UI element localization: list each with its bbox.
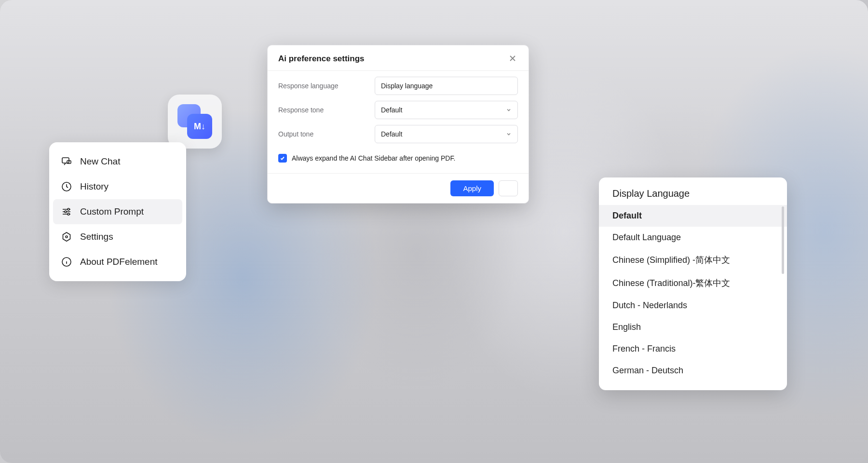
history-icon (61, 181, 72, 192)
language-option[interactable]: Chinese (Traditional)-繁体中文 (599, 272, 787, 295)
markdown-app-icon: M↓ (177, 104, 212, 139)
checkbox-checked-icon (278, 154, 287, 163)
expand-sidebar-checkbox-row[interactable]: Always expand the AI Chat Sidebar after … (278, 149, 518, 169)
sidebar-item-history[interactable]: History (49, 174, 186, 199)
chevron-down-icon (506, 107, 512, 113)
sidebar-item-settings[interactable]: Settings (49, 224, 186, 249)
language-option[interactable]: German - Deutsch (599, 360, 787, 381)
field-value: Display language (381, 82, 433, 90)
dialog-footer: Apply (268, 173, 529, 203)
sidebar-item-label: History (80, 181, 108, 192)
sidebar-menu: New Chat History Custom Prompt Sett (49, 142, 186, 281)
field-label: Response language (278, 82, 375, 90)
dialog-title: Ai preference settings (278, 54, 365, 64)
language-option[interactable]: French - Francis (599, 338, 787, 360)
new-chat-icon (61, 156, 72, 167)
sidebar-item-label: New Chat (80, 156, 120, 167)
sidebar-item-about[interactable]: About PDFelement (49, 249, 186, 274)
language-option[interactable]: English (599, 316, 787, 338)
svg-point-5 (68, 213, 69, 215)
app-badge: M↓ (168, 95, 222, 149)
dropdown-title: Display Language (599, 187, 787, 205)
language-list: Default Default Language Chinese (Simpli… (599, 205, 787, 381)
sidebar-item-custom-prompt[interactable]: Custom Prompt (53, 199, 182, 224)
gear-icon (61, 231, 72, 243)
sidebar-item-label: Settings (80, 232, 113, 242)
language-option-default[interactable]: Default (599, 205, 787, 227)
checkbox-label: Always expand the AI Chat Sidebar after … (292, 154, 455, 162)
chevron-down-icon (506, 131, 512, 137)
dialog-body: Response language Display language Respo… (268, 71, 529, 173)
secondary-button[interactable] (499, 180, 518, 196)
svg-point-3 (68, 208, 69, 210)
row-response-language: Response language Display language (278, 77, 518, 95)
field-label: Response tone (278, 106, 375, 114)
response-language-select[interactable]: Display language (375, 77, 518, 95)
info-icon (61, 256, 72, 268)
close-button[interactable] (508, 54, 518, 64)
response-tone-select[interactable]: Default (375, 101, 518, 119)
row-response-tone: Response tone Default (278, 101, 518, 119)
display-language-dropdown: Display Language Default Default Languag… (599, 177, 787, 390)
field-label: Output tone (278, 130, 375, 138)
field-value: Default (381, 130, 402, 138)
field-value: Default (381, 106, 402, 114)
sliders-icon (61, 206, 72, 218)
row-output-tone: Output tone Default (278, 125, 518, 143)
scrollbar-thumb[interactable] (782, 206, 784, 274)
sidebar-item-new-chat[interactable]: New Chat (49, 149, 186, 174)
svg-point-7 (66, 236, 68, 238)
svg-marker-6 (63, 232, 70, 241)
language-option[interactable]: Default Language (599, 227, 787, 248)
sidebar-item-label: About PDFelement (80, 257, 158, 267)
svg-point-4 (65, 211, 67, 213)
language-option[interactable]: Chinese (Simplified) -简体中文 (599, 248, 787, 272)
dialog-header: Ai preference settings (268, 45, 529, 71)
output-tone-select[interactable]: Default (375, 125, 518, 143)
ai-preference-settings-dialog: Ai preference settings Response language… (267, 45, 529, 204)
language-option[interactable]: Dutch - Nederlands (599, 295, 787, 316)
sidebar-item-label: Custom Prompt (80, 206, 144, 217)
apply-button[interactable]: Apply (450, 180, 494, 196)
